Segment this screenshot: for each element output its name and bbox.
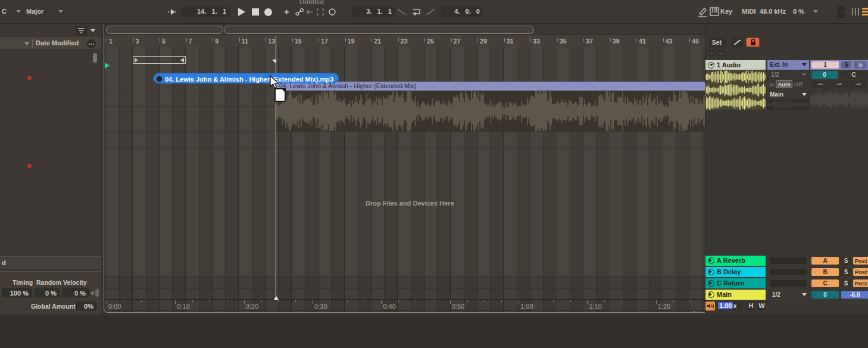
browser-options-icon[interactable]: … [87,39,96,48]
browser-scrollbar[interactable] [93,53,97,63]
loop-icon[interactable] [410,8,423,16]
return-a-activator[interactable]: A [811,257,839,265]
cpu-load-display[interactable]: 0 % [793,8,804,15]
input-channel-select[interactable]: 1/2 [767,70,809,79]
prev-arrow-icon[interactable]: ← [708,49,716,57]
return-b-header[interactable]: B Delay [705,267,766,277]
loop-length-display[interactable]: 4. 0. 0 [441,7,483,17]
track-1-header[interactable]: 1 Audio [705,60,766,70]
monitor-off[interactable]: Off [794,81,803,88]
track-fold-icon[interactable] [708,62,714,69]
return-a-post-toggle[interactable]: Post [853,257,868,265]
scroll-handle-left[interactable] [106,26,223,34]
groove-velocity-value[interactable]: 0 % [63,288,89,297]
height-zoom-button[interactable]: H [747,302,755,310]
time-ruler[interactable]: 0:000:100:200:300:400:501:001:101:20 [104,300,707,313]
capture-circle-icon[interactable] [328,8,336,16]
browser-sort-header[interactable]: Date Modified … [0,37,101,50]
link-icon[interactable] [295,8,304,16]
zoom-level-control[interactable]: 1.00x [717,302,742,310]
main-track-header[interactable]: Main [705,290,766,300]
monitor-auto[interactable]: Auto [776,80,792,88]
back-to-arrangement-icon[interactable] [305,8,314,16]
sort-direction-icon[interactable] [24,42,29,45]
groove-timing-value[interactable]: 100 % [2,288,32,297]
width-zoom-button[interactable]: W [757,302,766,310]
filter-caret-icon[interactable] [90,29,95,32]
return-b-activator[interactable]: B [811,268,839,276]
groove-col-timing: Timing [13,279,33,286]
groove-scrollbar[interactable] [95,289,99,297]
return-a-header[interactable]: A Reverb [705,256,766,266]
return-c-header[interactable]: C Return [705,278,766,288]
scale-name-select[interactable]: Major [26,8,43,15]
output-routing-select[interactable]: Main [767,89,809,99]
groove-scroll-left-icon[interactable] [90,291,93,296]
return-c-post-toggle[interactable]: Post [853,279,868,287]
groove-random-value[interactable]: 0 % [35,288,60,297]
return-b-post-toggle[interactable]: Post [853,268,868,276]
monitor-in[interactable]: In [769,81,774,88]
solo-button[interactable]: S [841,61,851,69]
return-a-io-box[interactable] [767,256,809,266]
audio-clip[interactable]: 04. Lewis John & Alimish - Higher (Exten… [276,82,705,132]
send-a-knob[interactable]: -∞ [811,80,829,88]
follow-icon[interactable] [167,8,177,16]
scale-root-select[interactable]: C [2,8,7,15]
arrangement-position-display[interactable]: 14. 1. 1 [181,7,230,17]
window-title: Untitled [299,0,324,5]
return-c-activator[interactable]: C [811,279,839,287]
punch-out-marker-icon[interactable] [180,58,184,63]
selection-brackets-icon[interactable] [316,8,324,16]
punch-in-position-display[interactable]: 3. 1. 1 [352,7,395,17]
track-1-name[interactable]: 1 Audio [717,61,741,69]
key-map-button[interactable]: Key [720,8,732,15]
stop-button[interactable] [252,8,259,15]
record-button[interactable] [264,8,272,16]
punch-out-icon[interactable] [425,9,435,15]
main-output-select[interactable]: 1/2 [767,290,809,300]
input-routing-select[interactable]: Ext. In [767,60,809,70]
computer-midi-keyboard-icon[interactable] [710,7,719,16]
punch-in-marker-icon[interactable] [135,58,138,63]
global-amount-value[interactable]: 0% [76,302,96,310]
sort-column-label[interactable]: Date Modified [36,39,79,46]
filter-button[interactable] [75,26,88,36]
send-c-knob[interactable]: -∞ [850,80,867,88]
scale-name-caret-icon[interactable] [58,10,63,13]
send-b-knob[interactable]: -∞ [830,80,848,88]
cpu-caret-icon[interactable] [813,10,818,13]
set-button[interactable]: Set [708,38,726,47]
arm-button[interactable] [854,61,867,69]
scale-root-caret-icon[interactable] [16,10,21,13]
groove-list-row[interactable]: d [0,256,101,269]
preview-speaker-icon[interactable] [705,302,715,310]
automation-mode-icon[interactable] [732,38,743,47]
scroll-handle-right[interactable] [224,26,534,34]
track-activator[interactable]: 1 [811,61,839,69]
return-b-solo[interactable]: S [841,268,851,276]
main-volume[interactable]: 0 [811,291,839,299]
track-lanes-area[interactable]: 04. Lewis John & Alimish - Higher (Exten… [104,46,707,312]
next-arrow-icon[interactable]: → [717,49,725,57]
loop-brace[interactable] [133,56,186,64]
lock-envelopes-icon[interactable] [746,38,760,47]
punch-in-icon[interactable] [397,9,407,15]
main-gain[interactable]: -6.0 [841,291,868,299]
return-c-io-box[interactable] [767,278,809,288]
return-c-solo[interactable]: S [841,279,851,287]
global-amount-label: Global Amount [31,303,76,310]
menu-hamburger-icon[interactable] [862,8,868,17]
return-a-solo[interactable]: S [841,257,851,265]
clip-waveform[interactable] [276,91,705,132]
clip-title-bar[interactable]: 04. Lewis John & Alimish - Higher (Exten… [276,82,705,91]
track-pan[interactable]: C [840,71,867,79]
return-b-io-box[interactable] [767,267,809,277]
midi-map-button[interactable]: MIDI [742,8,755,15]
play-start-marker-icon[interactable] [105,63,110,69]
add-locator-icon[interactable]: + [284,7,289,17]
draw-mode-pencil-icon[interactable] [698,7,708,17]
monitor-switch[interactable]: In Auto Off [767,80,809,89]
track-volume[interactable]: 0 [811,71,838,79]
play-button[interactable] [238,8,245,16]
